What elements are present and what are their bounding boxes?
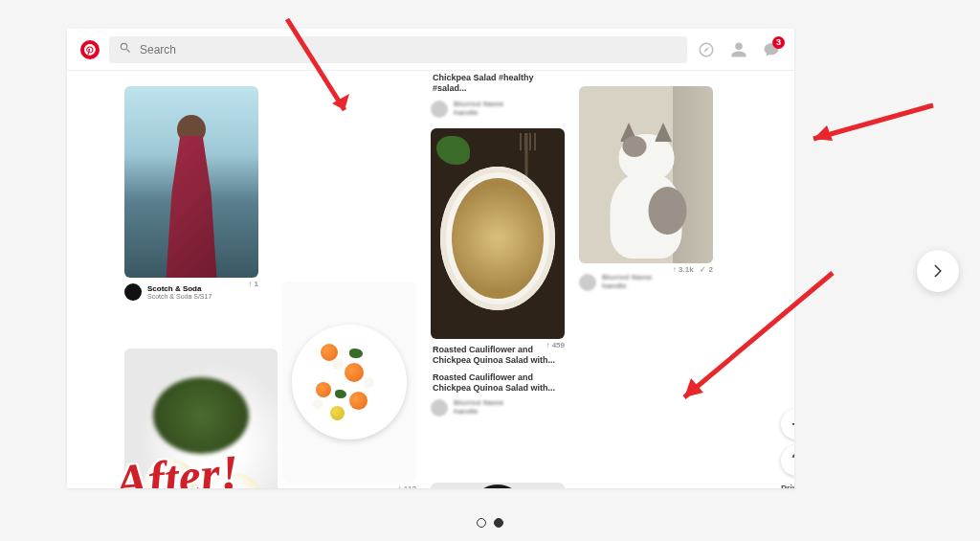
- avatar: [431, 399, 448, 417]
- pin-caption: Jazz up your pasta with the Pesto Capres…: [282, 483, 416, 488]
- pin-image[interactable]: [124, 86, 258, 278]
- pin-image[interactable]: [431, 483, 565, 488]
- attrib-text: Blurred Namehandle: [602, 274, 652, 291]
- pin-feed: ↑ 1 Scotch & Soda Scotch & Soda S/S17 Af…: [67, 71, 794, 488]
- annotation-arrow-2: [804, 101, 938, 162]
- profile-icon[interactable]: [729, 40, 748, 59]
- header-bar: 3: [67, 29, 794, 71]
- pin-stat: ↑ 1: [248, 280, 258, 288]
- pin-chickpea-header[interactable]: Chickpea Salad #healthy #salad... Blurre…: [431, 71, 565, 118]
- pin-title: Scotch & Soda: [147, 284, 212, 293]
- pin-attribution[interactable]: Blurred Namehandle: [431, 399, 565, 417]
- pin-image[interactable]: [282, 282, 416, 483]
- pin-salad-after[interactable]: [124, 349, 278, 488]
- search-input[interactable]: [140, 43, 678, 56]
- pin-subtitle: Scotch & Soda S/S17: [147, 293, 212, 300]
- pin-title: Roasted Cauliflower and Chickpea Quinoa …: [431, 339, 565, 367]
- pin-cauliflower[interactable]: ↑ 459 Roasted Cauliflower and Chickpea Q…: [431, 128, 565, 417]
- pin-image[interactable]: [124, 349, 278, 488]
- pin-pasta[interactable]: ↑ 113 Jazz up your pasta with the Pesto …: [282, 282, 416, 488]
- privacy-link[interactable]: Privacy: [781, 484, 794, 488]
- chat-icon[interactable]: 3: [762, 40, 781, 59]
- pin-image[interactable]: [579, 86, 713, 263]
- pin-portrait[interactable]: [431, 483, 565, 488]
- floating-buttons: + ? Privacy: [781, 409, 794, 488]
- pin-attribution[interactable]: Scotch & Soda Scotch & Soda S/S17: [124, 283, 248, 301]
- attrib-text: Blurred Namehandle: [454, 101, 503, 118]
- chevron-right-icon: [929, 262, 947, 280]
- help-button[interactable]: ?: [781, 445, 794, 476]
- pin-stat: ↑ 113: [397, 485, 416, 488]
- search-icon: [119, 41, 132, 58]
- pin-image[interactable]: [431, 128, 565, 339]
- attrib-text: Blurred Namehandle: [454, 399, 503, 417]
- carousel-next-button[interactable]: [917, 250, 959, 292]
- explore-icon[interactable]: [697, 40, 716, 59]
- avatar: [579, 274, 596, 291]
- header-icons: 3: [697, 40, 781, 59]
- pin-attribution[interactable]: Blurred Namehandle: [579, 274, 713, 291]
- pin-stat: ↑ 3.1k ✓ 2: [673, 265, 713, 274]
- svg-marker-3: [813, 125, 833, 141]
- pin-attribution[interactable]: Blurred Namehandle: [431, 101, 565, 118]
- pinterest-logo[interactable]: [80, 40, 100, 59]
- svg-line-2: [813, 105, 933, 139]
- carousel-dot-2[interactable]: [494, 518, 503, 528]
- carousel-dots: [477, 518, 503, 528]
- notification-badge: 3: [772, 36, 785, 49]
- pinterest-screenshot: 3 ↑ 1 Scotch & Soda Scotch & Soda S/S17: [67, 29, 794, 488]
- pin-caption: Chickpea Salad #healthy #salad...: [431, 71, 565, 95]
- carousel-dot-1[interactable]: [477, 518, 486, 528]
- add-button[interactable]: +: [781, 409, 794, 440]
- pin-description: Roasted Cauliflower and Chickpea Quinoa …: [431, 367, 565, 394]
- pin-stat: ↑ 459: [546, 341, 565, 349]
- avatar: [431, 101, 448, 118]
- pin-fashion[interactable]: ↑ 1 Scotch & Soda Scotch & Soda S/S17: [124, 86, 258, 301]
- search-bar[interactable]: [109, 36, 687, 63]
- avatar: [124, 283, 142, 301]
- pin-cat[interactable]: ↑ 3.1k ✓ 2 Blurred Namehandle: [579, 86, 713, 291]
